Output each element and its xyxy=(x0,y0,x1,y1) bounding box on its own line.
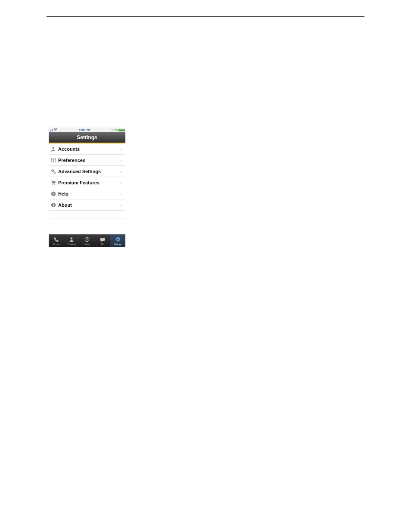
svg-rect-4 xyxy=(51,159,53,159)
tab-label: Contacts xyxy=(68,243,76,246)
tab-contacts[interactable]: Contacts xyxy=(64,234,80,247)
chat-icon xyxy=(100,236,106,243)
wifi-icon xyxy=(54,128,57,131)
tab-settings[interactable]: Settings xyxy=(110,234,125,247)
sliders-icon xyxy=(50,156,57,164)
svg-rect-5 xyxy=(53,161,54,162)
chevron-right-icon: › xyxy=(120,146,124,152)
row-label: Advanced Settings xyxy=(58,169,120,174)
svg-rect-19 xyxy=(100,238,105,241)
row-label: Accounts xyxy=(58,146,120,152)
chevron-right-icon: › xyxy=(120,158,124,163)
help-icon: ? xyxy=(50,190,57,198)
tab-label: Settings xyxy=(114,243,121,246)
tab-bar: Phone Contacts History IM xyxy=(49,234,125,247)
row-label: Preferences xyxy=(58,158,120,163)
svg-text:?: ? xyxy=(53,192,55,196)
tab-label: IM xyxy=(101,243,104,246)
svg-point-12 xyxy=(54,184,55,185)
phone-handset-icon xyxy=(53,236,59,243)
row-advanced-settings[interactable]: Advanced Settings › xyxy=(49,166,125,177)
clock-icon xyxy=(84,236,90,243)
page-title: Settings xyxy=(77,134,97,140)
svg-rect-2 xyxy=(53,158,53,162)
nav-header: Settings xyxy=(49,132,125,143)
info-icon xyxy=(50,201,57,209)
person-icon xyxy=(68,236,75,243)
settings-list: Accounts › Preferences › xyxy=(49,143,125,218)
status-time: 5:39 PM xyxy=(79,128,90,131)
battery-icon xyxy=(118,129,125,131)
page-bottom-rule xyxy=(47,506,364,506)
accounts-icon xyxy=(50,145,57,153)
tab-label: Phone xyxy=(53,243,59,246)
tab-im[interactable]: IM xyxy=(95,234,110,247)
page-top-rule xyxy=(47,16,364,17)
row-preferences[interactable]: Preferences › xyxy=(49,155,125,166)
chevron-right-icon: › xyxy=(120,191,124,196)
gear-icon xyxy=(115,236,121,243)
row-label: Help xyxy=(58,191,120,196)
row-label: Premium Features xyxy=(58,180,120,185)
row-help[interactable]: ? Help › xyxy=(49,188,125,199)
phone-screenshot: 5:39 PM 97% Settings Accounts › xyxy=(49,128,125,247)
gears-icon xyxy=(50,168,57,175)
svg-point-16 xyxy=(53,203,54,204)
svg-rect-17 xyxy=(53,204,53,206)
signal-bars-icon xyxy=(50,129,53,131)
svg-point-10 xyxy=(54,172,55,173)
status-bar: 5:39 PM 97% xyxy=(49,128,125,132)
tab-label: History xyxy=(84,243,90,246)
tab-history[interactable]: History xyxy=(79,234,95,247)
svg-point-11 xyxy=(52,184,53,185)
status-right: 97% xyxy=(112,128,125,131)
row-about[interactable]: About › xyxy=(49,199,125,211)
list-separator xyxy=(49,211,125,218)
battery-percent: 97% xyxy=(112,128,118,131)
tab-phone[interactable]: Phone xyxy=(49,234,64,247)
row-accounts[interactable]: Accounts › xyxy=(49,143,125,155)
status-left xyxy=(50,128,57,131)
svg-rect-0 xyxy=(51,150,52,151)
chevron-right-icon: › xyxy=(120,202,124,208)
row-label: About xyxy=(58,202,120,208)
chevron-right-icon: › xyxy=(120,169,124,174)
row-premium-features[interactable]: Premium Features › xyxy=(49,177,125,188)
svg-rect-6 xyxy=(54,159,56,160)
svg-point-8 xyxy=(52,170,53,171)
chevron-right-icon: › xyxy=(120,180,124,185)
cart-icon xyxy=(50,179,57,187)
svg-rect-1 xyxy=(51,158,52,162)
